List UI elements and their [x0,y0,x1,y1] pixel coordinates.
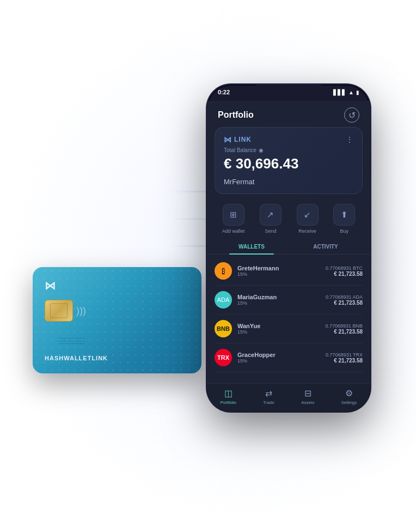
card-brand-hashwallet: HASHWALLET [45,355,91,361]
wallet-info-greteermann: GreteHermann 15% [237,265,320,277]
wallet-info-gracehopper: GraceHopper 15% [237,352,320,364]
receive-icon: ↙ [297,204,319,226]
list-item[interactable]: TRX GraceHopper 15% 0.77068931 TRX € 21,… [215,343,363,372]
app-title: Portfolio [218,110,254,120]
tab-wallets[interactable]: WALLETS [215,239,289,254]
buy-icon: ⬆ [333,204,355,226]
btc-coin-icon: ₿ [215,262,232,280]
link-logo-text: LINK [234,136,252,143]
wallet-values: 0.77068931 BNB € 21,723.58 [325,323,363,335]
card-chip-lines [58,338,84,344]
link-logo: ⋈ LINK [224,135,252,144]
action-buttons-row: ⊞ Add wallet ↗ Send ↙ Receive ⬆ Buy [207,200,370,239]
send-button[interactable]: ↗ Send [260,204,282,234]
chip-line [58,341,84,341]
card-nfc-icon: ))) [76,305,86,317]
link-logo-icon: ⋈ [224,135,231,144]
phone-screen: Portfolio ↺ ⋈ LINK ⋮ Total Balance ◉ € 3… [207,101,370,412]
send-label: Send [265,228,276,234]
bottom-nav: ◫ Portfolio ⇄ Trade ⊟ Assets ⚙ Settings [207,383,370,412]
wallet-fiat: € 21,723.58 [326,271,363,277]
balance-card-menu[interactable]: ⋮ [346,135,353,144]
wallet-fiat: € 21,723.58 [326,300,363,306]
nav-trade-label: Trade [263,400,274,405]
wallet-pct: 15% [237,271,320,277]
balance-card-header: ⋈ LINK ⋮ [224,135,353,144]
wallet-crypto: 0.77068931 BTC [326,265,363,271]
credit-card-container: ⋈ ))) HASHWALLET LINK [33,267,201,373]
list-item[interactable]: ADA MariaGuzman 15% 0.77068931 ADA € 21,… [215,286,363,315]
wallet-values: 0.77068931 TRX € 21,723.58 [326,352,363,364]
wallet-name: WanYue [237,323,320,329]
bnb-coin-icon: BNB [215,320,232,337]
portfolio-icon: ◫ [224,388,233,398]
phone-container: 0:22 ▋▋▋ ▲ ▮ Portfolio ↺ ⋈ LINK [207,84,370,412]
nav-portfolio-label: Portfolio [221,400,236,405]
chip-line [58,338,84,338]
app-header: Portfolio ↺ [207,101,370,127]
buy-button[interactable]: ⬆ Buy [333,204,355,234]
wallet-fiat: € 21,723.58 [325,329,363,335]
wallet-crypto: 0.77068931 TRX [326,352,363,358]
trade-icon: ⇄ [265,388,272,398]
statusbar-time: 0:22 [218,89,230,95]
wallet-values: 0.77068931 BTC € 21,723.58 [326,265,363,277]
signal-icon: ▋▋▋ [333,89,346,95]
wallet-fiat: € 21,723.58 [326,358,363,364]
wallet-crypto: 0.77068931 ADA [326,294,363,300]
nav-assets-label: Assets [301,400,314,405]
card-brand-link: LINK [91,355,108,361]
tabs-row: WALLETS ACTIVITY [207,239,370,255]
wallet-name: GraceHopper [237,352,320,358]
receive-button[interactable]: ↙ Receive [297,204,319,234]
wallet-name: MariaGuzman [237,294,320,300]
wallet-pct: 15% [237,358,320,364]
send-icon: ↗ [260,204,282,226]
tab-activity[interactable]: ACTIVITY [289,239,363,254]
ada-coin-icon: ADA [215,291,232,309]
balance-label: Total Balance ◉ [224,147,353,153]
refresh-icon[interactable]: ↺ [344,107,359,123]
assets-icon: ⊟ [304,388,311,398]
add-wallet-icon: ⊞ [223,204,244,226]
card-chip [45,300,73,322]
list-item[interactable]: ₿ GreteHermann 15% 0.77068931 BTC € 21,7… [215,257,363,286]
nav-assets[interactable]: ⊟ Assets [301,388,314,405]
wifi-icon: ▲ [348,89,354,95]
card-brand: HASHWALLET LINK [45,355,108,361]
add-wallet-label: Add wallet [222,228,245,234]
balance-amount: € 30,696.43 [224,155,353,172]
battery-icon: ▮ [356,89,359,95]
balance-card: ⋈ LINK ⋮ Total Balance ◉ € 30,696.43 MrF… [215,127,363,194]
statusbar-icons: ▋▋▋ ▲ ▮ [333,89,359,95]
wallet-info-mariaguzman: MariaGuzman 15% [237,294,320,306]
settings-icon: ⚙ [345,388,353,398]
card-logo-icon: ⋈ [45,279,54,292]
nav-settings-label: Settings [341,400,357,405]
phone-outer: 0:22 ▋▋▋ ▲ ▮ Portfolio ↺ ⋈ LINK [207,84,370,412]
credit-card: ⋈ ))) HASHWALLET LINK [33,267,201,373]
nav-trade[interactable]: ⇄ Trade [263,388,274,405]
receive-label: Receive [298,228,316,234]
balance-username: MrFermat [224,178,353,186]
wallet-crypto: 0.77068931 BNB [325,323,363,329]
wallet-pct: 15% [237,300,320,306]
eye-icon: ◉ [259,147,264,153]
card-logo: ⋈ [45,279,54,292]
wallet-values: 0.77068931 ADA € 21,723.58 [326,294,363,306]
nav-settings[interactable]: ⚙ Settings [341,388,357,405]
add-wallet-button[interactable]: ⊞ Add wallet [222,204,245,234]
list-item[interactable]: BNB WanYue 15% 0.77068931 BNB € 21,723.5… [215,315,363,343]
nav-portfolio[interactable]: ◫ Portfolio [221,388,236,405]
wallet-list: ₿ GreteHermann 15% 0.77068931 BTC € 21,7… [207,257,370,383]
wallet-name: GreteHermann [237,265,320,271]
wallet-info-wanyue: WanYue 15% [237,323,320,335]
chip-line [58,343,84,344]
phone-statusbar: 0:22 ▋▋▋ ▲ ▮ [218,89,359,95]
trx-coin-icon: TRX [215,349,232,366]
buy-label: Buy [340,228,348,234]
wallet-pct: 15% [237,329,320,335]
